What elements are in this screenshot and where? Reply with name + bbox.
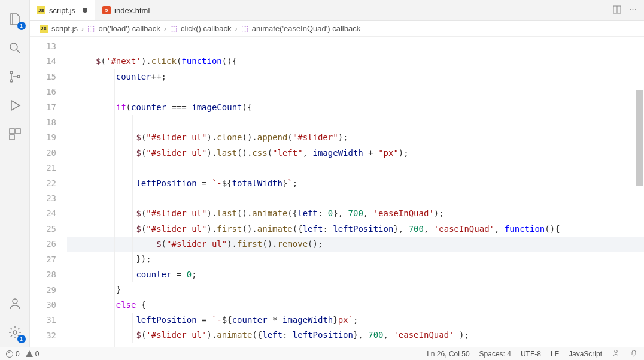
code-line[interactable]: else { [67,298,644,313]
status-warnings[interactable]: 0 [26,350,40,358]
tab-html[interactable]: 5index.html [95,0,157,20]
html-file-icon: 5 [102,6,111,14]
settings-icon[interactable]: 1 [1,318,29,347]
code-line[interactable]: $("#slider ul").clone().append("#slider"… [67,130,644,145]
chevron-right-icon: › [81,24,84,33]
status-language[interactable]: JavaScript [569,350,602,358]
line-number: 28 [30,267,56,282]
code-area[interactable]: $('#next').click(function(){ counter++; … [67,37,644,347]
code-line[interactable] [67,191,644,206]
scrollbar-thumb[interactable] [636,90,643,186]
code-line[interactable]: leftPosition = `-${counter * imageWidth}… [67,313,644,328]
line-number: 26 [30,237,56,252]
line-number: 16 [30,84,56,99]
code-line[interactable]: }); [67,252,644,267]
status-errors[interactable]: 0 [6,350,20,358]
js-file-icon: JS [40,25,48,33]
line-number: 27 [30,252,56,267]
code-line[interactable]: } [67,343,644,347]
code-line[interactable]: $('#slider ul').animate({left: leftPosit… [67,328,644,343]
status-eol[interactable]: LF [551,350,559,358]
svg-point-3 [17,75,20,78]
status-bar: 0 0 Ln 26, Col 50 Spaces: 4 UTF-8 LF Jav… [0,347,644,360]
tab-label: index.html [114,6,150,15]
svg-point-7 [13,299,17,304]
code-line[interactable]: counter = 0; [67,267,644,282]
code-line[interactable]: counter++; [67,69,644,84]
code-line[interactable] [67,84,644,99]
line-gutter: 1314151617181920212223242526272829303132… [30,37,67,347]
explorer-icon[interactable]: 1 [1,5,29,34]
line-number: 24 [30,206,56,221]
svg-point-8 [13,331,17,334]
line-number: 31 [30,313,56,328]
line-number: 13 [30,39,56,54]
chevron-right-icon: › [164,24,166,33]
split-editor-icon[interactable] [612,5,622,16]
account-icon[interactable] [1,289,29,318]
breadcrumb-item[interactable]: on('load') callback [98,24,160,33]
symbol-icon: ⬚ [87,24,95,33]
svg-rect-4 [10,129,14,134]
code-line[interactable] [67,39,644,54]
notifications-icon[interactable] [630,349,638,359]
symbol-icon: ⬚ [241,24,248,33]
code-line[interactable]: $("#slider ul").last().animate({left: 0}… [67,206,644,221]
svg-rect-5 [16,129,20,134]
code-line[interactable]: leftPosition = `-${totalWidth}`; [67,176,644,191]
line-number: 21 [30,161,56,176]
line-number: 17 [30,100,56,115]
line-number: 29 [30,283,56,298]
code-line[interactable]: } [67,282,644,297]
extensions-icon[interactable] [1,120,29,149]
line-number: 20 [30,146,56,161]
line-number: 15 [30,69,56,84]
line-number: 14 [30,54,56,69]
code-line[interactable]: $("#slider ul").first().animate({left: l… [67,222,644,237]
breadcrumb-item[interactable]: click() callback [181,24,232,33]
line-number: 18 [30,115,56,130]
activity-bar: 1 1 [0,0,30,347]
svg-point-1 [10,71,13,74]
svg-point-2 [10,80,13,82]
code-line[interactable] [67,115,644,130]
dirty-indicator-icon [83,8,87,13]
breadcrumb[interactable]: JS script.js › ⬚ on('load') callback › ⬚… [30,21,644,37]
editor[interactable]: 1314151617181920212223242526272829303132… [30,37,644,347]
chevron-right-icon: › [235,24,238,33]
line-number: 32 [30,328,56,343]
more-actions-icon[interactable]: ⋯ [629,5,637,16]
line-number: 30 [30,298,56,313]
svg-rect-6 [10,135,14,140]
line-number: 23 [30,191,56,206]
tab-js[interactable]: JSscript.js [30,0,95,20]
line-number: 25 [30,222,56,237]
code-line[interactable]: $("#slider ul").last().css("left", image… [67,146,644,161]
breadcrumb-item[interactable]: animate('easeInQuad') callback [252,24,360,33]
run-debug-icon[interactable] [1,91,29,120]
explorer-badge: 1 [17,22,26,30]
code-line[interactable]: if(counter === imageCount){ [67,100,644,115]
code-line[interactable] [67,161,644,176]
line-number: 33 [30,343,56,347]
line-number: 19 [30,130,56,145]
symbol-icon: ⬚ [170,24,177,33]
code-line[interactable]: $('#next').click(function(){ [67,54,644,69]
editor-main: JSscript.js5index.html ⋯ JS script.js › … [30,0,644,347]
tabs-row: JSscript.js5index.html ⋯ [30,0,644,21]
svg-point-10 [615,350,618,353]
js-file-icon: JS [37,6,45,14]
settings-badge: 1 [17,335,26,343]
status-position[interactable]: Ln 26, Col 50 [427,350,469,358]
svg-point-0 [10,43,17,50]
code-line[interactable]: $("#slider ul").first().remove(); [67,237,644,252]
line-number: 22 [30,176,56,191]
feedback-icon[interactable] [612,349,620,359]
status-encoding[interactable]: UTF-8 [521,350,541,358]
search-icon[interactable] [1,34,29,62]
tab-label: script.js [49,6,75,15]
breadcrumb-file[interactable]: script.js [51,24,78,33]
source-control-icon[interactable] [1,62,29,91]
status-spaces[interactable]: Spaces: 4 [479,350,511,358]
